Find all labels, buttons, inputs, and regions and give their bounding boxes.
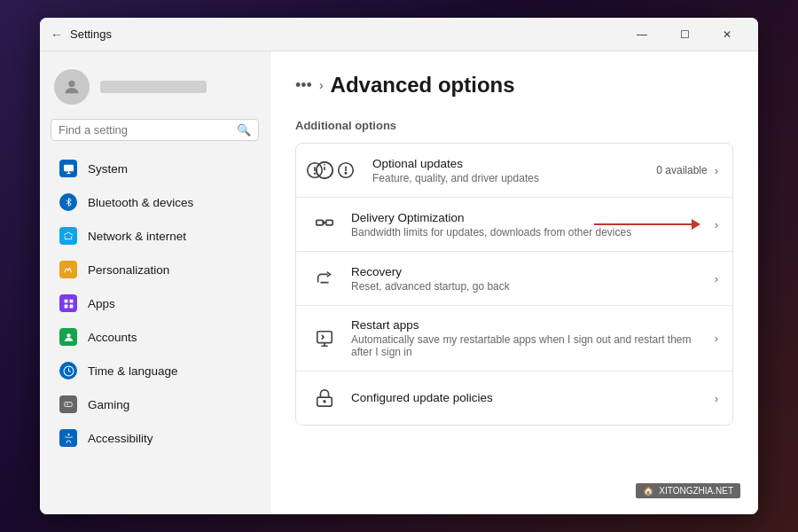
sidebar-item-time-label: Time & language	[88, 364, 178, 378]
page-title: Advanced options	[331, 73, 515, 98]
optional-updates-text: Optional updates Feature, quality, and d…	[372, 157, 656, 184]
recovery-text: Recovery Reset, advanced startup, go bac…	[351, 265, 715, 293]
breadcrumb-separator: ›	[319, 78, 324, 92]
svg-rect-3	[69, 299, 73, 302]
user-name	[100, 81, 207, 93]
sidebar-item-gaming-label: Gaming	[88, 398, 129, 411]
accessibility-icon	[59, 429, 77, 447]
update-policies-icon	[310, 384, 339, 412]
back-icon[interactable]: ←	[51, 27, 63, 42]
settings-item-recovery[interactable]: Recovery Reset, advanced startup, go bac…	[296, 252, 732, 306]
sidebar-item-bluetooth[interactable]: Bluetooth & devices	[45, 186, 264, 218]
update-policies-chevron: ›	[715, 392, 718, 405]
sidebar-item-accessibility[interactable]: Accessibility	[45, 422, 264, 454]
delivery-optimization-chevron: ›	[715, 218, 718, 231]
optional-updates-chevron: ›	[715, 164, 718, 177]
user-section	[40, 62, 270, 119]
time-icon	[59, 362, 77, 379]
optional-updates-right: 0 available ›	[656, 164, 718, 177]
search-input[interactable]	[59, 123, 231, 137]
update-policies-right: ›	[715, 392, 718, 405]
system-icon	[59, 160, 77, 177]
optional-updates-desc: Feature, quality, and driver updates	[372, 172, 656, 184]
sidebar-item-system[interactable]: System	[45, 153, 264, 184]
svg-point-9	[67, 434, 69, 435]
search-box[interactable]: 🔍	[51, 119, 259, 141]
update-policies-text: Configured update policies	[351, 391, 715, 406]
bluetooth-icon	[59, 193, 77, 211]
svg-rect-21	[317, 220, 323, 225]
sidebar-item-time[interactable]: Time & language	[45, 355, 264, 387]
recovery-chevron: ›	[715, 272, 718, 286]
svg-point-29	[324, 401, 325, 403]
sidebar-item-gaming[interactable]: Gaming	[45, 388, 264, 420]
main-content: 🔍 System Bluetooth & devices Network &	[40, 51, 758, 514]
svg-rect-22	[326, 220, 332, 225]
restart-apps-right: ›	[715, 332, 718, 345]
titlebar: ← Settings — ☐ ✕	[40, 18, 758, 51]
avatar	[54, 69, 90, 105]
sidebar-item-bluetooth-label: Bluetooth & devices	[88, 196, 193, 209]
restart-apps-title: Restart apps	[351, 318, 715, 332]
arrow-head	[692, 219, 700, 230]
update-policies-title: Configured update policies	[351, 391, 715, 404]
svg-rect-1	[64, 164, 74, 171]
restart-apps-icon	[310, 325, 339, 353]
arrow-line	[594, 223, 692, 225]
breadcrumb: ••• › Advanced options	[295, 73, 733, 98]
svg-point-6	[66, 333, 70, 337]
sidebar-item-network-label: Network & internet	[88, 230, 186, 243]
svg-rect-2	[64, 299, 67, 302]
sidebar-item-accounts-label: Accounts	[88, 331, 137, 344]
sidebar-item-personalization-label: Personalization	[88, 263, 169, 277]
watermark-icon: 🏠	[643, 486, 653, 496]
delivery-optimization-right: ›	[715, 218, 718, 231]
svg-rect-5	[69, 304, 73, 308]
sidebar: 🔍 System Bluetooth & devices Network &	[40, 51, 270, 514]
sidebar-item-accounts[interactable]: Accounts	[45, 321, 264, 353]
settings-item-update-policies[interactable]: Configured update policies ›	[296, 372, 732, 425]
svg-point-0	[68, 81, 74, 87]
sidebar-item-apps[interactable]: Apps	[45, 287, 264, 319]
restart-apps-desc: Automatically save my restartable apps w…	[351, 333, 715, 358]
watermark-text: XITONGZHIA.NET	[659, 486, 733, 496]
recovery-icon	[310, 264, 339, 293]
window-title: Settings	[70, 27, 112, 41]
apps-icon	[59, 294, 77, 312]
optional-updates-icon2	[332, 156, 360, 184]
svg-rect-4	[64, 304, 67, 308]
sidebar-item-apps-label: Apps	[88, 297, 115, 310]
recovery-right: ›	[715, 272, 718, 286]
svg-point-20	[345, 172, 346, 173]
minimize-button[interactable]: —	[622, 20, 662, 49]
settings-item-optional-updates[interactable]: Optional updates Feature, quality, and d…	[296, 144, 732, 198]
sidebar-item-accessibility-label: Accessibility	[88, 432, 153, 445]
arrow-annotation	[594, 219, 700, 230]
sidebar-item-system-label: System	[88, 162, 128, 176]
close-button[interactable]: ✕	[707, 20, 747, 49]
svg-point-17	[315, 173, 316, 174]
sidebar-item-personalization[interactable]: Personalization	[45, 254, 264, 286]
section-header: Additional options	[295, 119, 733, 132]
watermark: 🏠 XITONGZHIA.NET	[636, 483, 740, 498]
optional-updates-title: Optional updates	[372, 157, 656, 170]
delivery-optimization-icon	[310, 210, 339, 239]
settings-item-restart-apps[interactable]: Restart apps Automatically save my resta…	[296, 306, 732, 372]
personalization-icon	[59, 261, 77, 278]
sidebar-item-network[interactable]: Network & internet	[45, 220, 264, 252]
window-controls: — ☐ ✕	[622, 20, 747, 49]
settings-list: Optional updates Feature, quality, and d…	[295, 143, 733, 426]
breadcrumb-dots[interactable]: •••	[295, 76, 312, 95]
recovery-desc: Reset, advanced startup, go back	[351, 280, 715, 293]
optional-updates-badge: 0 available	[656, 164, 707, 176]
maximize-button[interactable]: ☐	[664, 20, 705, 49]
restart-apps-chevron: ›	[715, 332, 718, 345]
network-icon	[59, 227, 77, 245]
content-panel: ••• › Advanced options Additional option…	[270, 51, 758, 514]
settings-item-delivery-optimization[interactable]: Delivery Optimization Bandwidth limits f…	[296, 198, 732, 252]
gaming-icon	[59, 395, 77, 413]
restart-apps-text: Restart apps Automatically save my resta…	[351, 318, 715, 358]
accounts-icon	[59, 328, 77, 346]
recovery-title: Recovery	[351, 265, 715, 278]
search-icon[interactable]: 🔍	[237, 123, 251, 137]
